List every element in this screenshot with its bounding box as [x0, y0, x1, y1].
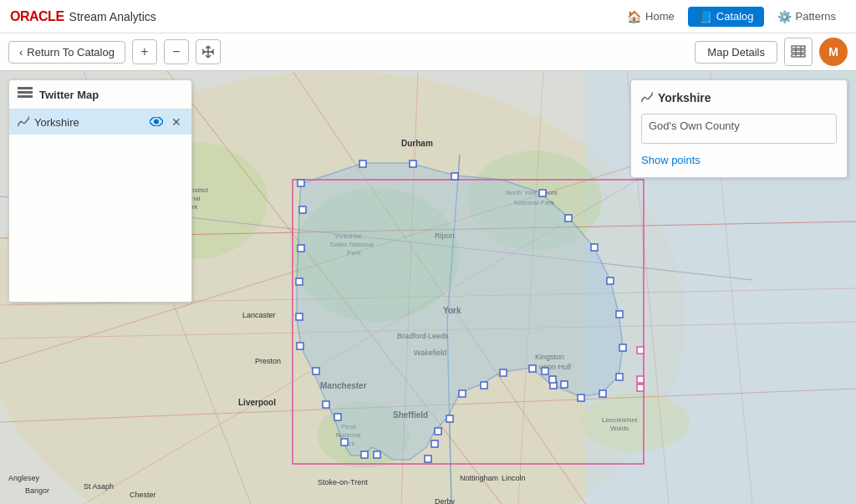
svg-text:Wolds: Wolds	[610, 425, 629, 432]
svg-rect-88	[619, 344, 626, 351]
visibility-icon[interactable]	[148, 115, 165, 129]
nav-catalog[interactable]: 📘 Catalog	[688, 7, 764, 27]
svg-rect-102	[431, 440, 438, 447]
svg-rect-10	[792, 46, 805, 48]
patterns-icon: ⚙️	[777, 10, 792, 23]
svg-rect-107	[334, 414, 341, 420]
nav-links: 🏠 Home 📘 Catalog ⚙️ Patterns	[617, 7, 846, 27]
svg-text:St Asaph: St Asaph	[84, 482, 114, 491]
region-title: Yorkshire	[658, 91, 711, 104]
svg-rect-117	[637, 376, 644, 383]
svg-rect-113	[298, 245, 304, 252]
table-view-button[interactable]	[784, 38, 813, 66]
logo-area: ORACLE Stream Analytics	[10, 9, 156, 24]
map-details-label: Map Details	[707, 46, 765, 59]
svg-rect-82	[451, 173, 458, 180]
left-panel: Twitter Map Yorkshire ✕	[8, 79, 192, 303]
panel-header: Twitter Map	[9, 80, 191, 109]
svg-rect-80	[359, 160, 366, 167]
panel-title: Twitter Map	[39, 89, 183, 101]
layers-icon	[18, 87, 33, 102]
svg-text:Liverpool: Liverpool	[238, 398, 276, 407]
svg-text:Lincoln: Lincoln	[502, 474, 526, 482]
svg-rect-93	[529, 365, 536, 372]
chevron-left-icon: ‹	[19, 46, 23, 59]
svg-text:Durham: Durham	[401, 139, 433, 148]
svg-rect-86	[607, 277, 614, 284]
svg-rect-108	[323, 401, 329, 408]
crosshair-icon	[201, 45, 215, 59]
svg-rect-96	[561, 381, 568, 388]
map-details-button[interactable]: Map Details	[695, 41, 777, 64]
svg-rect-116	[637, 347, 644, 354]
layer-row: Yorkshire ✕	[9, 109, 191, 135]
layer-type-icon	[18, 116, 29, 129]
nav-catalog-label: Catalog	[716, 10, 754, 23]
nav-home-label: Home	[645, 10, 675, 23]
svg-rect-119	[18, 87, 33, 89]
svg-rect-83	[539, 190, 546, 196]
svg-rect-103	[425, 456, 431, 462]
layer-name: Yorkshire	[34, 116, 143, 129]
home-icon: 🏠	[627, 10, 641, 23]
svg-text:Nottingham: Nottingham	[460, 474, 498, 482]
svg-rect-99	[459, 390, 466, 397]
top-nav: ORACLE Stream Analytics 🏠 Home 📘 Catalog…	[0, 0, 856, 33]
svg-point-127	[154, 120, 159, 125]
region-icon	[641, 90, 653, 105]
region-description: God's Own County	[641, 114, 837, 144]
oracle-logo: ORACLE	[10, 9, 64, 24]
zoom-out-button[interactable]: −	[164, 39, 189, 64]
toolbar: ‹ Return To Catalog + − Ma	[0, 33, 856, 71]
svg-rect-85	[591, 244, 598, 251]
svg-rect-115	[298, 180, 304, 186]
zoom-in-button[interactable]: +	[132, 39, 157, 64]
right-panel-title-row: Yorkshire	[641, 90, 837, 105]
svg-rect-12	[792, 54, 805, 57]
svg-rect-118	[637, 384, 644, 391]
close-layer-icon[interactable]: ✕	[170, 115, 183, 129]
svg-rect-114	[299, 206, 306, 213]
minus-icon: −	[172, 44, 180, 59]
svg-rect-87	[616, 311, 623, 318]
show-points-link[interactable]: Show points	[641, 154, 701, 166]
nav-home[interactable]: 🏠 Home	[617, 7, 685, 27]
app-title: Stream Analytics	[69, 10, 156, 23]
svg-rect-121	[18, 95, 33, 98]
svg-rect-94	[542, 368, 548, 374]
table-icon	[791, 45, 806, 59]
right-panel: Yorkshire God's Own County Show points	[630, 79, 848, 178]
svg-line-129	[645, 97, 648, 99]
layer-panel-empty	[9, 135, 191, 302]
plus-icon: +	[140, 44, 148, 59]
user-avatar[interactable]: M	[819, 38, 848, 66]
svg-rect-97	[500, 369, 507, 376]
svg-text:Preston: Preston	[255, 357, 281, 365]
toolbar-left: ‹ Return To Catalog + −	[8, 39, 221, 64]
svg-text:Lincolnshire: Lincolnshire	[602, 416, 638, 424]
svg-rect-112	[296, 278, 303, 285]
svg-rect-98	[481, 382, 487, 389]
svg-rect-89	[616, 374, 623, 380]
pan-button[interactable]	[196, 39, 221, 64]
svg-rect-101	[435, 428, 441, 435]
return-label: Return To Catalog	[27, 46, 115, 59]
svg-line-123	[21, 121, 24, 124]
svg-rect-120	[18, 91, 33, 94]
svg-text:Bangor: Bangor	[25, 486, 49, 495]
nav-patterns-label: Patterns	[796, 10, 836, 23]
map-area: Lake District National Park Yorkshire Da…	[0, 71, 856, 504]
svg-rect-90	[599, 390, 606, 397]
svg-rect-95	[549, 376, 556, 383]
svg-rect-110	[297, 343, 303, 349]
svg-rect-91	[578, 395, 584, 401]
return-to-catalog-button[interactable]: ‹ Return To Catalog	[8, 41, 125, 64]
svg-rect-11	[792, 50, 805, 53]
svg-rect-105	[361, 451, 368, 458]
svg-rect-84	[565, 215, 572, 221]
svg-rect-109	[313, 368, 319, 374]
svg-text:Stoke-on-Trent: Stoke-on-Trent	[318, 478, 368, 486]
svg-rect-111	[296, 313, 303, 320]
svg-text:Derby: Derby	[435, 497, 456, 504]
nav-patterns[interactable]: ⚙️ Patterns	[767, 7, 846, 27]
